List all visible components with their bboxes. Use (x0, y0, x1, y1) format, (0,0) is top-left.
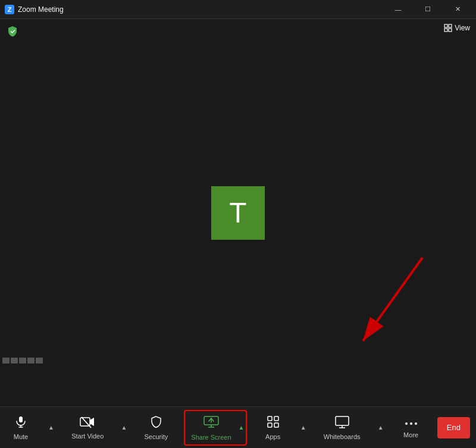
share-screen-label: Share Screen (191, 434, 231, 441)
main-content: View T (0, 19, 476, 406)
svg-rect-20 (274, 423, 278, 427)
zoom-logo-icon: Z (5, 5, 14, 14)
svg-rect-21 (336, 416, 349, 425)
whiteboards-button[interactable]: Whiteboards (319, 411, 365, 444)
apps-label: Apps (265, 433, 280, 440)
whiteboards-caret[interactable]: ▲ (377, 411, 385, 444)
svg-rect-4 (444, 29, 447, 32)
svg-point-24 (405, 422, 408, 425)
apps-button[interactable]: Apps (258, 411, 288, 444)
thumbnail-item (2, 358, 10, 364)
svg-point-25 (410, 422, 412, 425)
svg-rect-17 (268, 416, 272, 421)
whiteboards-icon (334, 415, 350, 431)
svg-rect-8 (19, 416, 23, 422)
share-screen-caret[interactable]: ▲ (237, 411, 246, 444)
mute-caret[interactable]: ▲ (47, 411, 55, 444)
security-button[interactable]: Security (139, 411, 173, 444)
share-screen-icon (203, 414, 220, 432)
security-toolbar-icon (149, 415, 163, 431)
thumbnail-item (27, 358, 35, 364)
avatar-letter: T (229, 196, 246, 229)
mute-button[interactable]: Mute (6, 411, 36, 444)
window-controls[interactable]: — ☐ ✕ (384, 0, 471, 19)
title-bar: Z Zoom Meeting — ☐ ✕ (0, 0, 476, 19)
share-screen-group: Share Screen ▲ (184, 410, 246, 446)
start-video-button[interactable]: Start Video (67, 411, 108, 444)
window-title: Zoom Meeting (18, 5, 64, 14)
start-video-label: Start Video (71, 433, 104, 440)
share-screen-button[interactable]: Share Screen (185, 411, 237, 444)
svg-rect-18 (274, 416, 278, 421)
svg-rect-3 (449, 24, 452, 27)
video-icon (80, 415, 95, 431)
minimize-button[interactable]: — (384, 0, 412, 19)
apps-icon (266, 415, 280, 431)
security-label: Security (144, 433, 168, 440)
svg-rect-5 (449, 29, 452, 32)
thumbnail-item (19, 358, 26, 364)
video-caret[interactable]: ▲ (120, 411, 128, 444)
svg-line-7 (363, 258, 422, 341)
mute-icon (14, 415, 28, 431)
close-button[interactable]: ✕ (444, 0, 471, 19)
thumbnail-item (36, 358, 43, 364)
maximize-button[interactable]: ☐ (414, 0, 441, 19)
more-button[interactable]: More (396, 411, 426, 444)
more-label: More (403, 431, 418, 438)
titlebar-left: Z Zoom Meeting (5, 5, 64, 14)
annotation-arrow (327, 246, 446, 365)
svg-point-26 (415, 422, 417, 425)
security-shield-icon (6, 25, 19, 41)
thumbnail-item (11, 358, 18, 364)
svg-rect-2 (444, 24, 447, 27)
svg-rect-19 (268, 423, 272, 427)
mute-label: Mute (14, 433, 28, 440)
grid-icon (444, 24, 452, 32)
whiteboards-label: Whiteboards (324, 433, 361, 440)
svg-text:Z: Z (8, 6, 12, 13)
end-button[interactable]: End (437, 417, 470, 438)
view-button[interactable]: View (444, 24, 470, 32)
toolbar: Mute ▲ Start Video ▲ Security (0, 406, 476, 448)
view-label: View (455, 24, 470, 32)
avatar: T (211, 186, 265, 240)
apps-caret[interactable]: ▲ (299, 411, 308, 444)
thumbnail-strip (2, 358, 43, 364)
more-icon (404, 416, 418, 430)
